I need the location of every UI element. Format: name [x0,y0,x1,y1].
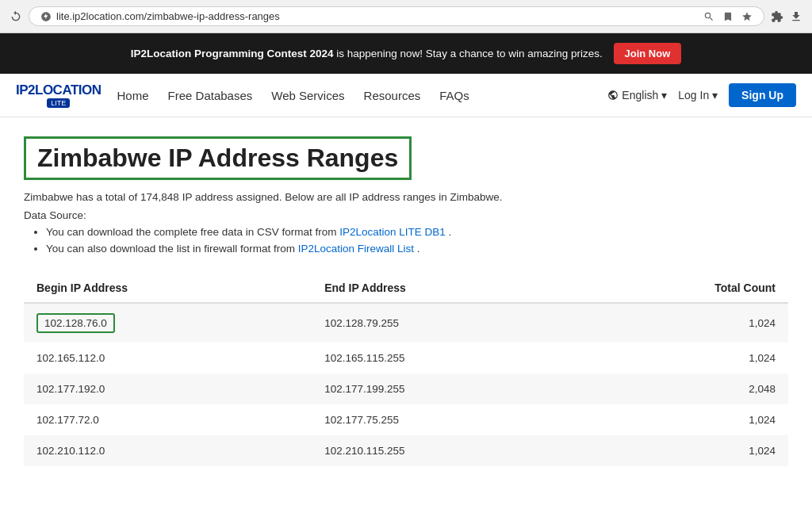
count-cell: 1,024 [576,404,788,435]
browser-chrome: lite.ip2location.com/zimbabwe-ip-address… [0,0,812,33]
highlighted-ip: 102.128.76.0 [36,313,115,333]
logo-badge: LITE [47,98,70,108]
begin-ip-cell: 102.177.192.0 [24,373,312,404]
table-row: 102.165.112.0102.165.115.2551,024 [24,343,788,373]
url-text: lite.ip2location.com/zimbabwe-ip-address… [56,10,280,22]
nav-web-services[interactable]: Web Services [271,89,344,102]
table-row: 102.177.192.0102.177.199.2552,048 [24,373,788,404]
db1-text-after: . [449,226,452,238]
end-ip-cell: 102.128.79.255 [312,303,575,343]
page-description: Zimbabwe has a total of 174,848 IP addre… [24,191,788,203]
table-row: 102.210.112.0102.210.115.2551,024 [24,435,788,466]
list-item-db1: You can download the complete free data … [46,226,788,238]
db1-link[interactable]: IP2Location LITE DB1 [339,226,446,238]
language-button[interactable]: English ▾ [607,89,667,101]
address-bar[interactable]: lite.ip2location.com/zimbabwe-ip-address… [29,6,764,26]
site-info-icon [40,11,52,22]
table-header-row: Begin IP Address End IP Address Total Co… [24,274,788,303]
download-icon[interactable] [790,10,802,23]
nav-resources[interactable]: Resources [364,89,421,102]
join-now-button[interactable]: Join Now [614,43,682,64]
logo[interactable]: IP2LOCATION LITE [16,83,102,108]
count-cell: 1,024 [576,343,788,373]
search-icon[interactable] [703,11,714,22]
nav-links: Home Free Databases Web Services Resourc… [117,89,608,102]
ip-table: Begin IP Address End IP Address Total Co… [24,274,788,466]
globe-icon [607,90,619,101]
count-cell: 1,024 [576,435,788,466]
nav-home[interactable]: Home [117,89,149,102]
login-arrow: ▾ [712,89,718,101]
main-nav: IP2LOCATION LITE Home Free Databases Web… [0,74,812,117]
banner-contest-title: IP2Location Programming Contest 2024 [131,48,334,59]
col-begin-ip: Begin IP Address [24,274,312,303]
end-ip-cell: 102.165.115.255 [312,343,575,373]
browser-nav-icons [10,10,22,23]
page-content: Zimbabwe IP Address Ranges Zimbabwe has … [0,117,812,485]
star-icon[interactable] [741,11,753,22]
nav-free-databases[interactable]: Free Databases [168,89,253,102]
firewall-link[interactable]: IP2Location Firewall List [298,243,414,255]
logo-text: IP2LOCATION [16,83,102,97]
begin-ip-cell: 102.128.76.0 [24,303,312,343]
table-row: 102.128.76.0102.128.79.2551,024 [24,303,788,343]
language-arrow: ▾ [661,89,667,101]
firewall-text-after: . [417,243,420,255]
begin-ip-cell: 102.165.112.0 [24,343,312,373]
reload-icon[interactable] [10,10,22,23]
page-title: Zimbabwe IP Address Ranges [24,136,412,180]
address-bar-right-icons [703,11,753,22]
toolbar-icons [771,10,802,23]
begin-ip-cell: 102.177.72.0 [24,404,312,435]
data-source-label: Data Source: [24,209,788,221]
list-item-firewall: You can also download the list in firewa… [46,243,788,255]
table-row: 102.177.72.0102.177.75.2551,024 [24,404,788,435]
end-ip-cell: 102.177.75.255 [312,404,575,435]
banner-text: is happening now! Stay a chance to win a… [336,48,602,59]
firewall-text-before: You can also download the list in firewa… [46,243,298,255]
end-ip-cell: 102.177.199.255 [312,373,575,404]
login-button[interactable]: Log In ▾ [678,89,718,101]
promo-banner: IP2Location Programming Contest 2024 is … [0,33,812,74]
col-end-ip: End IP Address [312,274,575,303]
bookmark-icon[interactable] [722,11,733,22]
count-cell: 1,024 [576,303,788,343]
begin-ip-cell: 102.210.112.0 [24,435,312,466]
nav-faqs[interactable]: FAQs [439,89,469,102]
db1-text-before: You can download the complete free data … [46,226,339,238]
data-source-list: You can download the complete free data … [24,226,788,255]
table-body: 102.128.76.0102.128.79.2551,024102.165.1… [24,303,788,466]
end-ip-cell: 102.210.115.255 [312,435,575,466]
signup-button[interactable]: Sign Up [729,83,796,107]
language-label: English [622,89,658,101]
col-total-count: Total Count [576,274,788,303]
extensions-icon[interactable] [771,10,783,23]
nav-right: English ▾ Log In ▾ Sign Up [607,83,796,107]
table-header: Begin IP Address End IP Address Total Co… [24,274,788,303]
count-cell: 2,048 [576,373,788,404]
